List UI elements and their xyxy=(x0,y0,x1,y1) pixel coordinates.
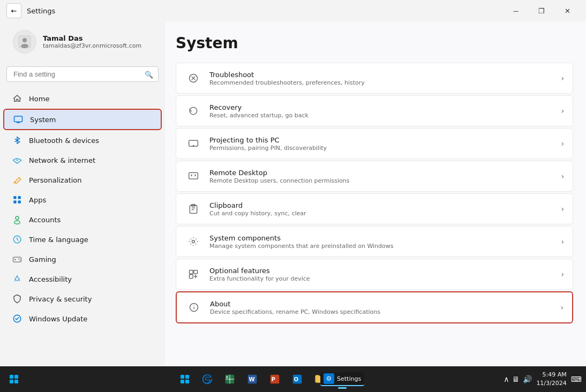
back-button[interactable]: ← xyxy=(6,3,21,18)
search-input[interactable] xyxy=(6,66,159,82)
recovery-text: RecoveryReset, advanced startup, go back xyxy=(209,103,553,119)
sidebar-item-home[interactable]: Home xyxy=(3,89,162,108)
taskbar: XWPO ⚙ Settings ∧ 🖥 🔊 5:49 AM 11/3/2024 … xyxy=(0,366,586,392)
optional-features-title: Optional features xyxy=(209,267,553,275)
remote-desktop-text: Remote DesktopRemote Desktop users, conn… xyxy=(209,169,553,184)
system-label: System xyxy=(30,116,56,124)
sidebar-item-accounts[interactable]: Accounts xyxy=(3,210,162,229)
chevron-up-icon[interactable]: ∧ xyxy=(504,375,509,383)
taskbar-app-excel[interactable]: X xyxy=(219,368,241,390)
about-title: About xyxy=(210,300,553,308)
settings-item-about[interactable]: AboutDevice specifications, rename PC, W… xyxy=(176,291,573,323)
sidebar-item-windows-update[interactable]: Windows Update xyxy=(3,309,162,328)
taskbar-apps: XWPO ⚙ Settings xyxy=(26,368,501,390)
settings-item-remote-desktop[interactable]: Remote DesktopRemote Desktop users, conn… xyxy=(176,161,573,192)
sidebar-item-accessibility[interactable]: Accessibility xyxy=(3,269,162,289)
clipboard-title: Clipboard xyxy=(209,201,553,209)
settings-item-troubleshoot[interactable]: TroubleshootRecommended troubleshooters,… xyxy=(176,63,573,94)
settings-item-projecting[interactable]: Projecting to this PCPermissions, pairin… xyxy=(176,128,573,159)
personalization-icon xyxy=(12,175,22,185)
home-icon xyxy=(12,93,22,104)
sidebar-item-privacy[interactable]: Privacy & security xyxy=(3,289,162,308)
sidebar-item-gaming[interactable]: Gaming xyxy=(3,250,162,269)
notification-icon[interactable]: ⌨ xyxy=(571,375,582,383)
start-button[interactable] xyxy=(4,370,24,389)
svg-point-11 xyxy=(16,216,19,220)
close-button[interactable]: ✕ xyxy=(555,2,580,19)
svg-point-1 xyxy=(22,38,27,42)
taskbar-app-windows[interactable] xyxy=(174,368,196,390)
taskbar-clock[interactable]: 5:49 AM 11/3/2024 xyxy=(536,371,566,388)
windows-update-icon xyxy=(12,313,22,324)
optional-features-chevron-icon: › xyxy=(561,270,564,278)
settings-item-optional-features[interactable]: Optional featuresExtra functionality for… xyxy=(176,259,573,290)
svg-text:P: P xyxy=(272,376,275,382)
projecting-chevron-icon: › xyxy=(561,139,564,148)
taskbar-right: ∧ 🖥 🔊 5:49 AM 11/3/2024 ⌨ xyxy=(504,371,582,388)
taskbar-app-outlook[interactable]: O xyxy=(287,368,308,390)
svg-point-2 xyxy=(21,44,28,48)
clipboard-text: ClipboardCut and copy history, sync, cle… xyxy=(209,201,553,217)
avatar xyxy=(13,30,36,54)
svg-rect-32 xyxy=(190,275,193,278)
accessibility-label: Accessibility xyxy=(29,275,72,283)
svg-rect-31 xyxy=(194,270,198,274)
about-text: AboutDevice specifications, rename PC, W… xyxy=(210,300,553,315)
accounts-label: Accounts xyxy=(29,216,61,224)
svg-point-15 xyxy=(18,258,19,259)
gaming-icon xyxy=(12,254,22,265)
title-bar: ← Settings ─ ❐ ✕ xyxy=(0,0,586,21)
sidebar-item-bluetooth[interactable]: Bluetooth & devices xyxy=(3,131,162,150)
sidebar-item-apps[interactable]: Apps xyxy=(3,190,162,209)
page-title: System xyxy=(176,34,573,52)
apps-label: Apps xyxy=(29,196,46,204)
svg-text:W: W xyxy=(249,376,255,382)
settings-item-recovery[interactable]: RecoveryReset, advanced startup, go back… xyxy=(176,95,573,126)
settings-item-system-components[interactable]: System componentsManage system component… xyxy=(176,226,573,257)
troubleshoot-title: Troubleshoot xyxy=(209,71,553,79)
svg-point-19 xyxy=(17,275,18,277)
troubleshoot-text: TroubleshootRecommended troubleshooters,… xyxy=(209,71,553,86)
svg-point-16 xyxy=(19,259,20,260)
taskbar-app-edge[interactable] xyxy=(197,368,218,390)
remote-desktop-title: Remote Desktop xyxy=(209,169,553,177)
restore-button[interactable]: ❐ xyxy=(529,2,554,19)
user-profile[interactable]: Tamal Das tamaldas@zf3vr.onmicrosoft.com xyxy=(4,24,161,60)
user-info: Tamal Das tamaldas@zf3vr.onmicrosoft.com xyxy=(43,34,141,49)
time-label: Time & language xyxy=(29,236,88,244)
minimize-button[interactable]: ─ xyxy=(504,2,528,19)
bluetooth-icon xyxy=(12,135,22,146)
system-icon xyxy=(13,114,24,125)
apps-icon xyxy=(12,194,22,205)
projecting-desc: Permissions, pairing PIN, discoverabilit… xyxy=(209,145,553,152)
network-icon[interactable]: 🖥 xyxy=(512,375,520,383)
volume-icon[interactable]: 🔊 xyxy=(523,375,532,383)
sidebar-item-personalization[interactable]: Personalization xyxy=(3,170,162,190)
settings-item-clipboard[interactable]: ClipboardCut and copy history, sync, cle… xyxy=(176,193,573,224)
taskbar-app-word[interactable]: W xyxy=(242,368,263,390)
network-icon xyxy=(12,155,22,165)
svg-rect-7 xyxy=(13,196,16,199)
remote-desktop-desc: Remote Desktop users, connection permiss… xyxy=(209,177,553,184)
window-title: Settings xyxy=(27,7,55,15)
time-icon xyxy=(12,234,22,245)
system-components-icon xyxy=(185,233,202,250)
recovery-icon xyxy=(185,102,202,119)
taskbar-app-powerpoint[interactable]: P xyxy=(264,368,286,390)
taskbar-time-display: 5:49 AM xyxy=(536,371,566,380)
system-components-text: System componentsManage system component… xyxy=(209,234,553,250)
network-label: Network & internet xyxy=(29,156,95,164)
nav-items: HomeSystemBluetooth & devicesNetwork & i… xyxy=(0,88,165,362)
troubleshoot-desc: Recommended troubleshooters, preferences… xyxy=(209,79,553,86)
sidebar-item-system[interactable]: System xyxy=(3,109,162,130)
taskbar-date-display: 11/3/2024 xyxy=(536,379,566,388)
clipboard-icon xyxy=(185,200,202,217)
taskbar-app-settings-app[interactable]: ⚙ Settings xyxy=(332,368,353,390)
sidebar-item-network[interactable]: Network & internet xyxy=(3,150,162,170)
about-icon xyxy=(185,299,202,316)
user-name: Tamal Das xyxy=(43,34,141,42)
window-controls: ─ ❐ ✕ xyxy=(504,2,580,19)
remote-desktop-icon xyxy=(185,168,202,185)
sidebar-item-time[interactable]: Time & language xyxy=(3,230,162,249)
projecting-title: Projecting to this PC xyxy=(209,136,553,144)
